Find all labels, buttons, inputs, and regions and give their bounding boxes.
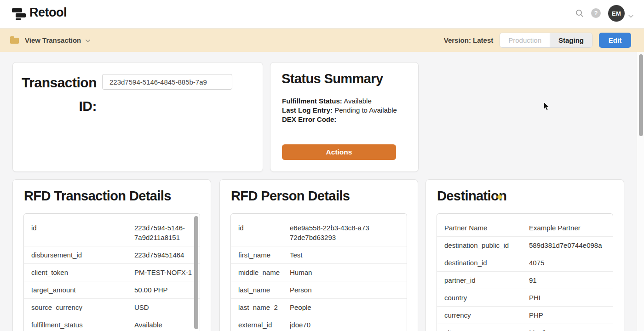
actions-button[interactable]: Actions [282, 144, 396, 160]
row-key: partner_id [444, 275, 529, 285]
row-key: city [444, 328, 529, 331]
row-key: last_name_2 [238, 302, 290, 312]
row-value: PHL [529, 293, 613, 302]
table-row: Partner NameExample Partner [437, 219, 613, 237]
rfd-transaction-details-panel: RFD Transaction Details id223d7594-5146-… [12, 179, 211, 331]
row-value: 91 [529, 275, 613, 285]
row-value: 4075 [529, 258, 613, 268]
rfd-person-details-panel: RFD Person Details ide6e9a558-22b3-43c8-… [219, 179, 418, 331]
table-row: target_amount50.00 PHP [24, 281, 200, 299]
row-value: Person [290, 285, 407, 295]
table-row: currencyPHP [437, 307, 613, 324]
row-key: disbursement_id [31, 250, 134, 260]
mouse-cursor-icon [543, 102, 550, 114]
status-label: DEX Error Code: [282, 115, 336, 123]
status-value: Pending to Available [334, 106, 397, 114]
brand-title: Retool [29, 6, 67, 20]
table-row: middle_nameHuman [231, 264, 407, 281]
table-row: external_idjdoe70 [231, 316, 407, 331]
row-key: last_name [238, 285, 290, 295]
top-header: Retool ? EM [0, 0, 644, 29]
table-row: fulfillment_statusAvailable [24, 316, 200, 331]
table-row: first_nameTest [231, 246, 407, 264]
status-value: Available [344, 97, 372, 105]
page-scrollbar-thumb[interactable] [639, 54, 643, 136]
table-row: cityManila [437, 324, 613, 331]
table-row: destination_id4075 [437, 254, 613, 272]
status-summary-panel: Status Summary Fulfillment Status: Avail… [270, 62, 419, 172]
status-line: DEX Error Code: [282, 115, 397, 124]
row-value: Available [134, 320, 200, 330]
row-value: PHP [529, 310, 613, 320]
row-value: 589d381d7e0744e098a [529, 240, 613, 250]
rfd-transaction-details-title: RFD Transaction Details [24, 188, 171, 204]
status-line: Fulfillment Status: Available [282, 97, 397, 106]
app-chevron-down-icon[interactable] [86, 36, 90, 45]
app-toolbar: View Transaction Version: Latest Product… [0, 28, 644, 52]
row-key: destination_public_id [444, 240, 529, 250]
table-row: partner_id91 [437, 272, 613, 289]
table-row: id223d7594-5146- 7a9d211a8151 [24, 219, 200, 246]
row-key: fulfillment_status [31, 320, 134, 330]
transaction-id-input[interactable] [102, 74, 232, 90]
retool-logo-icon [12, 7, 26, 20]
row-key: target_amount [31, 285, 134, 295]
table-top-strip [24, 214, 200, 219]
row-value: 223d7594-5146- 7a9d211a8151 [134, 223, 200, 242]
row-value: PM-TEST-NOFX-1 [134, 268, 200, 277]
table-row: client_tokenPM-TEST-NOFX-1 [24, 264, 200, 281]
version-label: Version: Latest [444, 36, 494, 44]
table-row: last_namePerson [231, 281, 407, 299]
destination-table: Partner NameExample Partner destination_… [437, 213, 613, 331]
help-icon[interactable]: ? [591, 8, 601, 18]
transaction-details-table: id223d7594-5146- 7a9d211a8151 disburseme… [23, 213, 200, 331]
table-row: ide6e9a558-22b3-43c8-a73 72de7bd63293 [231, 219, 407, 246]
search-icon[interactable] [575, 9, 584, 18]
row-key: id [31, 223, 134, 233]
person-details-table: ide6e9a558-22b3-43c8-a73 72de7bd63293 fi… [230, 213, 407, 331]
page-scrollbar[interactable] [637, 52, 644, 331]
destination-panel: Destination Partner NameExample Partner … [426, 179, 624, 331]
table-top-strip [231, 214, 407, 219]
destination-title: Destination [437, 188, 506, 204]
row-key: first_name [238, 250, 290, 260]
status-label: Fulfillment Status: [282, 97, 342, 105]
row-value: USD [134, 302, 200, 312]
row-value: 50.00 PHP [134, 285, 200, 295]
table-row: last_name_2People [231, 299, 407, 316]
table-row: disbursement_id223d759451464 [24, 246, 200, 264]
row-key: middle_name [238, 268, 290, 277]
transaction-id-panel: Transaction ID: [12, 62, 263, 172]
row-value: 223d759451464 [134, 250, 200, 260]
account-chevron-down-icon[interactable] [628, 11, 633, 20]
status-summary-title: Status Summary [282, 71, 383, 86]
row-key: currency [444, 310, 529, 320]
row-value: Example Partner [529, 223, 613, 233]
row-value: People [290, 302, 407, 312]
table-row: countryPHL [437, 289, 613, 307]
row-key: client_token [31, 268, 134, 277]
row-value: e6e9a558-22b3-43c8-a73 72de7bd63293 [290, 223, 407, 242]
row-key: destination_id [444, 258, 529, 268]
status-label: Last Log Entry: [282, 106, 333, 114]
env-staging-button[interactable]: Staging [550, 33, 592, 47]
row-value: Test [290, 250, 407, 260]
status-line: Last Log Entry: Pending to Available [282, 106, 397, 115]
avatar[interactable]: EM [608, 5, 625, 22]
rfd-person-details-title: RFD Person Details [231, 188, 350, 204]
row-key: country [444, 293, 529, 302]
folder-icon [10, 38, 19, 44]
table-row: source_currencyUSD [24, 299, 200, 316]
edit-button[interactable]: Edit [599, 33, 631, 48]
table-row: destination_public_id589d381d7e0744e098a [437, 237, 613, 254]
help-glyph: ? [594, 10, 598, 17]
avatar-initials: EM [612, 10, 621, 17]
transaction-id-title: Transaction ID: [17, 71, 97, 118]
app-name-dropdown[interactable]: View Transaction [25, 36, 81, 44]
table-top-strip [437, 214, 613, 219]
table-scrollbar-thumb[interactable] [194, 216, 198, 329]
status-fields: Fulfillment Status: Available Last Log E… [282, 97, 397, 124]
row-key: id [238, 223, 290, 233]
row-value: Human [290, 268, 407, 277]
env-production-button[interactable]: Production [500, 33, 550, 47]
